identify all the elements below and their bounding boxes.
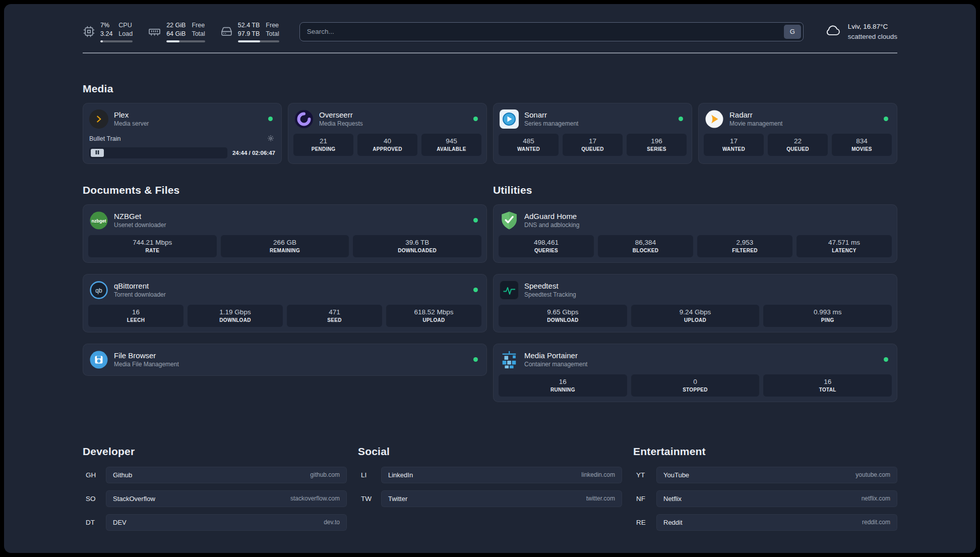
stat-block: 16 TOTAL	[763, 374, 892, 397]
status-online-dot	[473, 357, 478, 362]
stat-value: 9.24 Gbps	[633, 308, 758, 316]
stat-label: QUEUED	[565, 146, 621, 152]
section-title-media: Media	[83, 83, 897, 95]
bookmark-youtube[interactable]: YT YouTube youtube.com	[633, 467, 897, 483]
bookmark-netflix[interactable]: NF Netflix netflix.com	[633, 490, 897, 507]
disk-usage-bar	[238, 40, 279, 42]
service-name: Sonarr	[524, 110, 673, 119]
ram-usage-bar	[166, 40, 205, 42]
stat-label: QUERIES	[501, 248, 592, 253]
card-header: qb qBittorrent Torrent downloader	[88, 280, 481, 305]
card-filebrowser[interactable]: File Browser Media File Management	[83, 344, 487, 376]
bookmark-name: LinkedIn	[388, 471, 413, 479]
stat-label: DOWNLOAD	[190, 317, 281, 323]
playback-progress-bar[interactable]	[89, 147, 227, 158]
bookmark-pill[interactable]: Twitter twitter.com	[381, 490, 622, 507]
stat-label: DOWNLOADED	[355, 248, 479, 253]
stat-block: 9.65 Gbps DOWNLOAD	[499, 305, 627, 327]
stat-block: 945 AVAILABLE	[421, 134, 481, 156]
sonarr-icon	[500, 109, 519, 129]
status-online-dot	[473, 288, 478, 292]
service-description: Movie management	[729, 120, 878, 127]
card-qbittorrent[interactable]: qb qBittorrent Torrent downloader 16 LEE…	[83, 274, 487, 332]
cpu-icon	[83, 25, 95, 38]
stats-row: 16 RUNNING 0 STOPPED 16 TOTAL	[499, 374, 892, 397]
player-settings-button[interactable]	[266, 134, 275, 144]
stat-label: RUNNING	[501, 387, 625, 393]
bookmark-url: youtube.com	[855, 471, 890, 478]
card-titles: NZBGet Usenet downloader	[114, 212, 468, 229]
bookmark-twitter[interactable]: TW Twitter twitter.com	[358, 490, 622, 507]
stat-value: 196	[629, 137, 685, 145]
stat-block: 17 QUEUED	[563, 134, 623, 156]
stat-label: QUEUED	[770, 146, 826, 152]
card-radarr[interactable]: Radarr Movie management 17 WANTED 22 QUE…	[698, 103, 897, 164]
cpu-load-value: 3.24	[100, 30, 112, 38]
cpu-load-label: Load	[118, 30, 133, 38]
search-input[interactable]	[299, 22, 804, 41]
disk-free-label: Free	[266, 21, 279, 30]
speedtest-icon	[500, 281, 519, 300]
service-name: AdGuard Home	[524, 212, 891, 220]
bookmark-reddit[interactable]: RE Reddit reddit.com	[633, 514, 897, 531]
bookmark-dev[interactable]: DT DEV dev.to	[83, 514, 347, 531]
topbar: 7% 3.24 CPU Load	[83, 21, 897, 42]
stats-row: 9.65 Gbps DOWNLOAD 9.24 Gbps UPLOAD 0.99…	[499, 305, 892, 327]
bookmark-group-social: Social LI LinkedIn linkedin.com TW Twitt…	[358, 445, 622, 538]
section-media: Media Plex Media server Bullet Train	[83, 83, 897, 164]
card-portainer[interactable]: Media Portainer Container management 16 …	[493, 344, 897, 402]
cpu-label: CPU	[118, 21, 133, 30]
bookmark-group-developer: Developer GH Github github.com SO StackO…	[83, 445, 347, 538]
card-overseerr[interactable]: Overseerr Media Requests 21 PENDING 40 A…	[288, 103, 487, 164]
bookmark-name: Netflix	[663, 495, 682, 503]
bookmark-pill[interactable]: YouTube youtube.com	[656, 467, 897, 483]
card-nzbget[interactable]: nzbget NZBGet Usenet downloader 744.21 M…	[83, 204, 487, 263]
stat-value: 17	[706, 137, 762, 145]
stat-block: 485 WANTED	[499, 134, 559, 156]
section-utilities: Utilities AdGuard Home DNS and adblockin…	[493, 184, 897, 413]
cpu-usage-bar	[100, 40, 133, 42]
service-description: DNS and adblocking	[524, 221, 891, 229]
bookmark-linkedin[interactable]: LI LinkedIn linkedin.com	[358, 467, 622, 483]
bookmark-name: Github	[113, 471, 132, 479]
card-adguard[interactable]: AdGuard Home DNS and adblocking 498,461 …	[493, 204, 897, 263]
hard-drive-icon	[220, 25, 233, 38]
bookmark-github[interactable]: GH Github github.com	[83, 467, 347, 483]
stat-block: 22 QUEUED	[768, 134, 828, 156]
card-sonarr[interactable]: Sonarr Series management 485 WANTED 17 Q…	[493, 103, 692, 164]
bookmark-pill[interactable]: Github github.com	[106, 467, 347, 483]
stat-value: 17	[565, 137, 621, 145]
bookmark-pill[interactable]: DEV dev.to	[106, 514, 347, 531]
section-documents: Documents & Files nzbget NZBGet Usenet d…	[83, 184, 487, 413]
bookmark-name: DEV	[113, 519, 127, 526]
search-provider-button[interactable]: G	[784, 25, 801, 39]
bookmark-stackoverflow[interactable]: SO StackOverflow stackoverflow.com	[83, 490, 347, 507]
bookmark-pill[interactable]: Netflix netflix.com	[656, 490, 897, 507]
stat-block: 266 GB REMAINING	[221, 235, 349, 257]
stat-value: 1.19 Gbps	[190, 308, 281, 316]
service-name: NZBGet	[114, 212, 468, 220]
stat-value: 0	[633, 378, 758, 385]
bookmark-pill[interactable]: Reddit reddit.com	[656, 514, 897, 531]
stat-block: 17 WANTED	[704, 134, 764, 156]
stat-value: 744.21 Mbps	[90, 239, 215, 246]
bookmark-abbr: YT	[633, 471, 656, 479]
card-plex[interactable]: Plex Media server Bullet Train	[83, 103, 282, 164]
pause-icon	[95, 149, 100, 156]
stat-block: 834 MOVIES	[832, 134, 892, 156]
cpu-widget: 7% 3.24 CPU Load	[83, 21, 133, 42]
bookmark-pill[interactable]: LinkedIn linkedin.com	[381, 467, 622, 483]
card-titles: qBittorrent Torrent downloader	[114, 282, 468, 298]
pause-button[interactable]	[91, 149, 104, 157]
status-online-dot	[679, 117, 683, 121]
stat-label: SERIES	[629, 146, 685, 152]
stat-block: 2,953 FILTERED	[697, 235, 792, 257]
dashboard: 7% 3.24 CPU Load	[4, 4, 976, 553]
card-speedtest[interactable]: Speedtest Speedtest Tracking 9.65 Gbps D…	[493, 274, 897, 332]
section-title-utilities: Utilities	[493, 184, 897, 196]
bookmark-pill[interactable]: StackOverflow stackoverflow.com	[106, 490, 347, 507]
stat-block: 1.19 Gbps DOWNLOAD	[188, 305, 283, 327]
status-online-dot	[473, 218, 478, 222]
stat-label: LEECH	[90, 317, 181, 323]
bookmark-name: Twitter	[388, 495, 407, 503]
